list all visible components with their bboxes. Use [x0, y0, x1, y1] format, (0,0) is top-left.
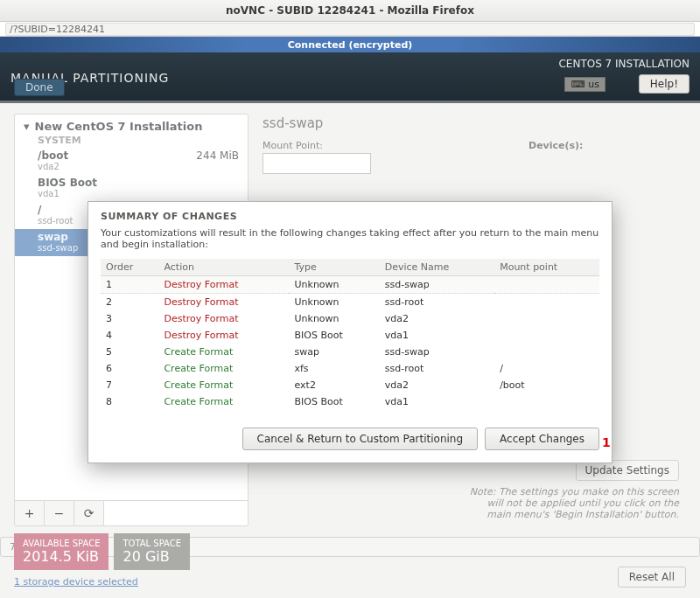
storage-device-link[interactable]: 1 storage device selected — [14, 576, 138, 588]
table-row[interactable]: 8Create FormatBIOS Bootvda1 — [101, 393, 599, 410]
cell-action: Create Format — [158, 360, 289, 377]
cell-order: 1 — [101, 276, 158, 294]
cell-order: 2 — [101, 294, 158, 311]
keyboard-icon: ⌨ — [570, 79, 584, 90]
partition-device: vda2 — [38, 162, 68, 171]
summary-of-changes-dialog: SUMMARY OF CHANGES Your customizations w… — [88, 201, 612, 463]
remove-partition-button[interactable]: − — [45, 501, 74, 525]
cell-mount — [494, 393, 599, 410]
cell-device: vda1 — [380, 393, 494, 410]
cell-device: vda2 — [380, 310, 494, 327]
col-device[interactable]: Device Name — [380, 259, 494, 276]
help-button[interactable]: Help! — [639, 74, 690, 94]
col-mount[interactable]: Mount point — [494, 259, 599, 276]
install-group[interactable]: ▾ New CentOS 7 Installation — [15, 115, 248, 135]
cell-device: ssd-swap — [380, 344, 494, 360]
table-row[interactable]: 6Create Formatxfsssd-root/ — [101, 360, 599, 377]
dialog-title: SUMMARY OF CHANGES — [101, 211, 599, 222]
cell-action: Destroy Format — [158, 310, 289, 327]
partition-name: / — [38, 204, 73, 216]
col-type[interactable]: Type — [289, 259, 379, 276]
cell-order: 7 — [101, 377, 158, 393]
cell-type: xfs — [289, 360, 379, 377]
novnc-status-text: Connected (encrypted) — [288, 39, 413, 51]
total-space-badge: TOTAL SPACE 20 GiB — [114, 533, 190, 570]
cell-action: Create Format — [158, 393, 289, 410]
cell-mount — [494, 310, 599, 327]
cell-device: ssd-root — [380, 294, 494, 311]
accept-changes-button[interactable]: Accept Changes — [485, 428, 599, 450]
partition-entry-biosboot[interactable]: BIOS Boot vda1 — [15, 175, 248, 202]
cell-type: BIOS Boot — [289, 393, 379, 410]
mount-point-input[interactable] — [262, 153, 371, 174]
table-row[interactable]: 3Destroy FormatUnknownvda2 — [101, 310, 599, 327]
table-row[interactable]: 1Destroy FormatUnknownssd-swap — [101, 276, 599, 294]
table-row[interactable]: 4Destroy FormatBIOS Bootvda1 — [101, 327, 599, 344]
partition-entry-boot[interactable]: /boot vda2 244 MiB — [15, 148, 248, 175]
product-title: CENTOS 7 INSTALLATION — [558, 58, 690, 70]
cell-device: vda1 — [380, 327, 494, 344]
done-button[interactable]: Done — [14, 79, 65, 96]
window-title: noVNC - SUBID 12284241 - Mozilla Firefox — [226, 4, 474, 17]
partition-size: 244 MiB — [196, 150, 239, 162]
cell-type: Unknown — [289, 310, 379, 327]
note-text: Note: The settings you make on this scre… — [469, 486, 679, 520]
cell-device: ssd-root — [380, 360, 494, 377]
partition-name: BIOS Boot — [38, 177, 97, 189]
cell-type: swap — [289, 344, 379, 360]
cell-order: 5 — [101, 344, 158, 360]
cell-mount — [494, 327, 599, 344]
device-title: ssd-swap — [262, 114, 686, 140]
changes-table: Order Action Type Device Name Mount poin… — [101, 259, 599, 410]
cell-type: Unknown — [289, 276, 379, 294]
cell-mount — [494, 344, 599, 360]
available-space-label: AVAILABLE SPACE — [23, 539, 100, 548]
partition-device: vda1 — [38, 189, 97, 198]
keyboard-indicator[interactable]: ⌨ us — [564, 77, 606, 92]
cell-action: Destroy Format — [158, 276, 289, 294]
system-label: SYSTEM — [15, 135, 248, 148]
partition-device: ssd-swap — [38, 243, 78, 253]
mount-point-label: Mount Point: — [262, 140, 371, 151]
install-group-title: New CentOS 7 Installation — [35, 120, 203, 133]
novnc-status-bar: Connected (encrypted) — [0, 37, 700, 52]
cell-order: 8 — [101, 393, 158, 410]
table-row[interactable]: 2Destroy FormatUnknownssd-root — [101, 294, 599, 311]
partition-name: swap — [38, 231, 78, 243]
reset-all-button[interactable]: Reset All — [618, 567, 686, 588]
firefox-titlebar: noVNC - SUBID 12284241 - Mozilla Firefox — [0, 0, 700, 22]
available-space-badge: AVAILABLE SPACE 2014.5 KiB — [14, 533, 108, 570]
cell-order: 3 — [101, 310, 158, 327]
available-space-value: 2014.5 KiB — [23, 548, 100, 565]
partition-device: ssd-root — [38, 216, 73, 226]
total-space-value: 20 GiB — [122, 548, 181, 565]
refresh-partition-button[interactable]: ⟳ — [74, 501, 104, 525]
cell-action: Create Format — [158, 344, 289, 360]
add-partition-button[interactable]: + — [15, 501, 45, 525]
cell-action: Create Format — [158, 377, 289, 393]
footer: AVAILABLE SPACE 2014.5 KiB TOTAL SPACE 2… — [0, 525, 700, 598]
annotation-1: 1 — [602, 435, 611, 449]
cell-action: Destroy Format — [158, 327, 289, 344]
cell-device: ssd-swap — [380, 276, 494, 294]
cell-mount: / — [494, 360, 599, 377]
cancel-return-button[interactable]: Cancel & Return to Custom Partitioning — [242, 428, 479, 450]
table-row[interactable]: 5Create Formatswapssd-swap — [101, 344, 599, 360]
cell-mount — [494, 276, 599, 294]
anaconda-installer: MANUAL PARTITIONING Done CENTOS 7 INSTAL… — [0, 52, 700, 598]
url-text[interactable]: /?SUBID=12284241 — [5, 23, 695, 36]
keyboard-layout: us — [588, 79, 599, 90]
cell-device: vda2 — [380, 377, 494, 393]
chevron-down-icon: ▾ — [24, 120, 30, 133]
cell-action: Destroy Format — [158, 294, 289, 311]
cell-mount — [494, 294, 599, 311]
firefox-urlbar[interactable]: /?SUBID=12284241 — [0, 22, 700, 37]
cell-order: 6 — [101, 360, 158, 377]
col-action[interactable]: Action — [158, 259, 289, 276]
cell-type: Unknown — [289, 294, 379, 311]
installer-header: MANUAL PARTITIONING Done CENTOS 7 INSTAL… — [0, 52, 700, 103]
col-order[interactable]: Order — [101, 259, 158, 276]
dialog-description: Your customizations will result in the f… — [101, 227, 599, 250]
partition-name: /boot — [38, 150, 68, 162]
table-row[interactable]: 7Create Formatext2vda2/boot — [101, 377, 599, 393]
